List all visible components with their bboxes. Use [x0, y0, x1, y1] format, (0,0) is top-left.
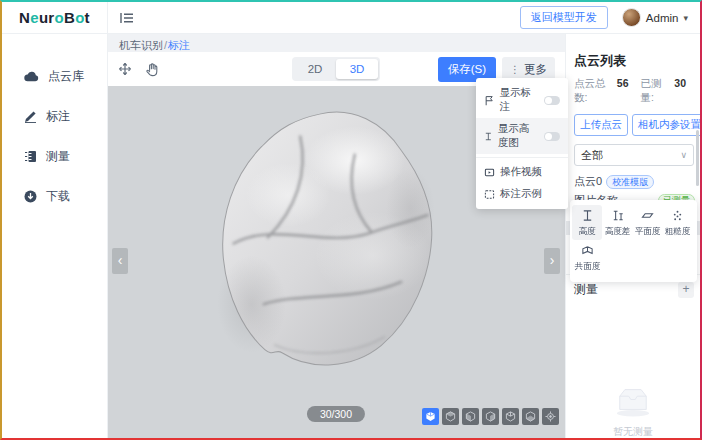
breadcrumb-parent[interactable]: 机车识别: [119, 39, 163, 51]
user-name: Admin: [646, 12, 679, 24]
total-value: 56: [617, 77, 629, 89]
add-measure-button[interactable]: +: [678, 282, 694, 298]
upload-pointcloud-button[interactable]: 上传点云: [574, 114, 628, 136]
panel-scrollbar[interactable]: [696, 130, 699, 186]
sidebar-item-download[interactable]: 下载: [2, 176, 107, 216]
measure-section-header: 测量 +: [574, 281, 694, 298]
height-diff-icon: [611, 209, 624, 222]
roughness-icon: [671, 209, 684, 222]
ruler-icon: [24, 150, 37, 163]
tool-roughness[interactable]: 粗糙度: [662, 205, 692, 240]
view-cube-top-icon[interactable]: [442, 408, 459, 425]
sidebar-item-measure[interactable]: 测量: [2, 136, 107, 176]
chevron-down-icon: ∨: [680, 150, 687, 160]
breadcrumb-separator: /: [164, 39, 167, 51]
panel-buttons: 上传点云 相机内参设置: [574, 114, 694, 136]
prev-image-button[interactable]: ‹: [112, 248, 128, 274]
total-label: 点云总数:: [574, 77, 613, 105]
view-iso-cube-icon[interactable]: [422, 408, 439, 425]
view-cube-right-icon[interactable]: [482, 408, 499, 425]
left-sidebar: 点云库 标注 测量 下载: [2, 34, 108, 438]
template-tag: 校准模版: [606, 175, 654, 189]
sidebar-item-label: 下载: [46, 188, 70, 205]
tool-height-diff[interactable]: 高度差: [602, 205, 632, 240]
toolbar-left-icons: [117, 61, 160, 77]
app-window: NeuroBot 返回模型开发 Admin ▾ 点云库 标注 测量: [0, 0, 702, 440]
view-preset-bar: [422, 408, 559, 425]
panel-title: 点云列表: [574, 52, 694, 70]
user-menu[interactable]: Admin ▾: [622, 8, 688, 27]
tool-coplanarity[interactable]: 共面度: [572, 240, 602, 275]
hand-pan-icon[interactable]: [145, 62, 160, 77]
pan-move-icon[interactable]: [117, 61, 133, 77]
height-icon: [581, 209, 594, 222]
filter-select[interactable]: 全部 ∨: [574, 144, 694, 166]
avatar: [622, 8, 641, 27]
view-mode-switch: 2D 3D: [292, 57, 380, 81]
flag-icon: [484, 95, 494, 106]
sidebar-item-label: 测量: [46, 148, 70, 165]
breadcrumb: 机车识别/标注: [119, 38, 190, 53]
measured-value: 30: [674, 77, 686, 89]
locate-center-icon[interactable]: [542, 408, 559, 425]
view-cube-front-icon[interactable]: [462, 408, 479, 425]
empty-box-icon: [610, 382, 656, 418]
view-cube-back-icon[interactable]: [502, 408, 519, 425]
app-logo: NeuroBot: [19, 9, 90, 26]
cloud-icon: [24, 71, 39, 82]
tool-flatness[interactable]: 平面度: [632, 205, 662, 240]
sidebar-item-label: 点云库: [48, 68, 84, 85]
tool-height[interactable]: 高度: [572, 205, 602, 240]
sidebar-collapse-icon[interactable]: [120, 12, 134, 24]
pen-icon: [24, 110, 37, 123]
mode-3d-button[interactable]: 3D: [336, 59, 378, 79]
coplanarity-icon: [581, 244, 594, 257]
group-name: 点云0: [574, 174, 602, 189]
measured-label: 已测量:: [641, 77, 671, 105]
pointcloud-group-row[interactable]: 点云0 校准模版: [574, 174, 694, 189]
more-dropdown-menu: 显示标注 显示高度图 操作视频 标注示例: [476, 78, 568, 209]
back-to-model-dev-button[interactable]: 返回模型开发: [520, 6, 608, 29]
breadcrumb-current: 标注: [168, 39, 190, 51]
tooth-3d-model: [203, 102, 451, 380]
panel-stats: 点云总数:56 已测量:30: [574, 77, 694, 105]
camera-params-button[interactable]: 相机内参设置: [632, 114, 702, 136]
show-annotation-toggle[interactable]: [544, 96, 560, 105]
empty-state: 暂无测量: [566, 382, 700, 439]
dashed-frame-icon: [484, 189, 495, 200]
menu-item-tutorial-video[interactable]: 操作视频: [476, 161, 568, 183]
sidebar-menu: 点云库 标注 测量 下载: [2, 56, 107, 216]
image-counter: 30/300: [307, 406, 365, 422]
menu-item-show-heightmap[interactable]: 显示高度图: [476, 118, 568, 154]
sidebar-item-label: 标注: [46, 108, 70, 125]
video-icon: [484, 167, 495, 178]
pointcloud-panel: 点云列表 点云总数:56 已测量:30 上传点云 相机内参设置 全部 ∨ 点云0…: [565, 34, 700, 438]
menu-item-annotation-example[interactable]: 标注示例: [476, 183, 568, 205]
filter-value: 全部: [581, 148, 603, 163]
more-dots-icon: ⋮: [510, 64, 520, 75]
menu-item-show-annotation[interactable]: 显示标注: [476, 82, 568, 118]
mode-2d-button[interactable]: 2D: [294, 59, 336, 79]
empty-text: 暂无测量: [566, 425, 700, 439]
logo-area: NeuroBot: [2, 2, 108, 33]
height-ibeam-icon: [484, 131, 493, 142]
top-header: NeuroBot 返回模型开发 Admin ▾: [2, 2, 700, 34]
measure-tool-palette: 高度 高度差 平面度 粗糙度 共面度: [570, 200, 697, 282]
next-image-button[interactable]: ›: [544, 248, 560, 274]
show-heightmap-toggle[interactable]: [544, 132, 560, 141]
sidebar-item-annotate[interactable]: 标注: [2, 96, 107, 136]
view-cube-bottom-icon[interactable]: [522, 408, 539, 425]
caret-down-icon: ▾: [683, 13, 688, 23]
measure-title: 测量: [574, 281, 598, 298]
flatness-icon: [641, 209, 654, 222]
sidebar-item-pointcloud-library[interactable]: 点云库: [2, 56, 107, 96]
menu-divider: [476, 157, 568, 158]
download-icon: [24, 190, 37, 203]
